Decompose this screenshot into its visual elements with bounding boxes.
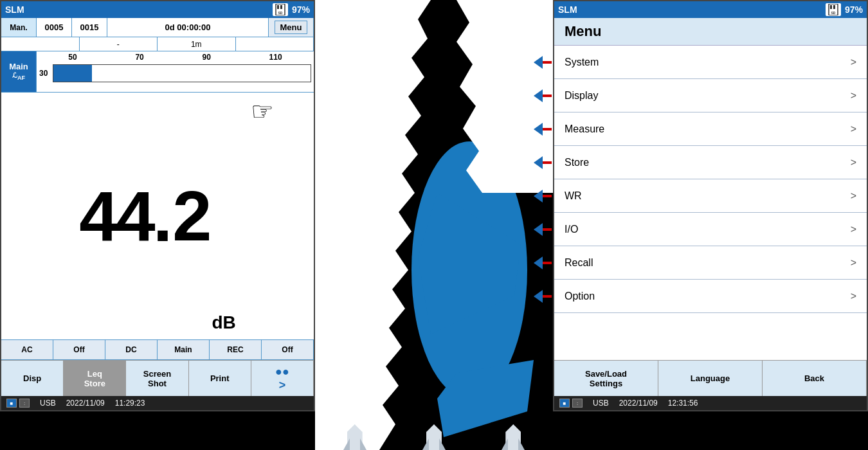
time-elapsed-cell: 0d 00:00:00 bbox=[107, 18, 269, 37]
menu-list: System > Display > Measure > Store > WR … bbox=[554, 46, 867, 360]
red-bar-display bbox=[543, 94, 552, 97]
right-device-panel: SLM SD 97% Menu System > Displ bbox=[553, 0, 868, 411]
left-usb: USB bbox=[40, 399, 56, 408]
right-sd-icon: SD bbox=[826, 3, 841, 16]
menu-item-display[interactable]: Display > bbox=[554, 79, 867, 113]
right-battery: 97% bbox=[845, 4, 863, 15]
menu-item-wr-arrow: > bbox=[851, 190, 856, 202]
right-usb: USB bbox=[593, 399, 609, 408]
right-indicator-box-1: ■ bbox=[559, 399, 570, 408]
menu-item-option[interactable]: Option > bbox=[554, 280, 867, 313]
left-status-bar: ■ : USB 2022/11/09 11:29:23 bbox=[1, 396, 314, 410]
blue-arrow-io bbox=[534, 223, 543, 236]
softkey-screenshot[interactable]: ScreenShot bbox=[126, 361, 188, 396]
left-indicator: ■ : bbox=[6, 399, 30, 408]
time-elapsed: 0d 00:00:00 bbox=[165, 22, 211, 32]
main-label-cell: Main ℒAF bbox=[1, 51, 37, 92]
left-header-right: SD 97% bbox=[273, 3, 310, 16]
softkey-disp[interactable]: Disp bbox=[1, 361, 64, 396]
menu-item-measure[interactable]: Measure > bbox=[554, 113, 867, 146]
man-cell: Man. bbox=[1, 18, 37, 37]
red-bar-store bbox=[543, 161, 552, 164]
blue-arrow-option bbox=[534, 290, 543, 303]
scale-110: 110 bbox=[269, 53, 282, 62]
menu-item-recall-arrow: > bbox=[851, 257, 856, 269]
menu-item-display-arrow: > bbox=[851, 90, 856, 102]
softkey-leq-store[interactable]: LeqStore bbox=[64, 361, 126, 396]
ctrl-dc[interactable]: DC bbox=[105, 340, 158, 359]
red-bar-wr bbox=[543, 195, 552, 197]
sub-info-row: - 1m bbox=[1, 37, 314, 51]
bottom-controls: AC Off DC Main REC Off bbox=[1, 339, 314, 360]
scale-70: 70 bbox=[135, 53, 143, 62]
menu-item-display-label: Display bbox=[565, 90, 598, 102]
softkey-print[interactable]: Print bbox=[189, 361, 251, 396]
menu-btn-cell[interactable]: Menu bbox=[269, 18, 314, 37]
left-battery: 97% bbox=[292, 4, 310, 15]
softkey-language[interactable]: Language bbox=[658, 361, 763, 396]
ctrl-off2[interactable]: Off bbox=[262, 340, 314, 359]
right-date: 2022/11/09 bbox=[619, 399, 658, 408]
right-time: 12:31:56 bbox=[668, 399, 698, 408]
reading-unit: dB bbox=[212, 312, 235, 333]
menu-item-io-arrow: > bbox=[851, 224, 856, 235]
menu-button[interactable]: Menu bbox=[275, 21, 308, 34]
ctrl-ac[interactable]: AC bbox=[1, 340, 53, 359]
record-num: 0005 bbox=[45, 22, 64, 32]
scale-start: 30 bbox=[39, 69, 48, 78]
softkey-back[interactable]: Back bbox=[763, 361, 867, 396]
left-device-panel: SLM SD 97% Man. 0005 0015 0d 00:00:00 bbox=[0, 0, 315, 411]
man-label: Man. bbox=[10, 23, 27, 32]
right-softkeys-row: Save/LoadSettings Language Back bbox=[554, 360, 867, 396]
scale-90: 90 bbox=[203, 53, 211, 62]
file-num-cell: 0015 bbox=[72, 18, 107, 37]
left-date: 2022/11/09 bbox=[66, 399, 105, 408]
menu-header-label: Menu bbox=[554, 18, 867, 46]
ctrl-rec[interactable]: REC bbox=[210, 340, 262, 359]
menu-item-store-arrow: > bbox=[851, 157, 856, 168]
right-indicator: ■ : bbox=[559, 399, 583, 408]
blue-arrow-recall bbox=[534, 256, 543, 269]
left-title: SLM bbox=[5, 4, 24, 15]
red-bar-measure bbox=[543, 128, 552, 130]
main-label-text: Main bbox=[9, 62, 28, 71]
meter-bar-fill bbox=[53, 65, 92, 82]
record-num-cell: 0005 bbox=[37, 18, 72, 37]
menu-item-system[interactable]: System > bbox=[554, 46, 867, 79]
menu-item-wr[interactable]: WR > bbox=[554, 179, 867, 213]
softkey-save-load[interactable]: Save/LoadSettings bbox=[554, 361, 658, 396]
menu-item-system-arrow: > bbox=[851, 57, 856, 68]
menu-item-store[interactable]: Store > bbox=[554, 146, 867, 179]
meter-row: Main ℒAF 50 70 90 110 30 bbox=[1, 51, 314, 93]
menu-item-io[interactable]: I/O > bbox=[554, 213, 867, 246]
blue-arrow-system bbox=[534, 56, 543, 69]
menu-item-measure-arrow: > bbox=[851, 123, 856, 135]
ctrl-main[interactable]: Main bbox=[158, 340, 210, 359]
menu-item-option-arrow: > bbox=[851, 291, 856, 302]
laf-label-text: ℒAF bbox=[12, 71, 25, 81]
sd-icon: SD bbox=[273, 3, 288, 16]
ctrl-off1[interactable]: Off bbox=[53, 340, 105, 359]
menu-item-recall[interactable]: Recall > bbox=[554, 246, 867, 280]
sub-dash: - bbox=[80, 37, 158, 51]
sub-man-spacer bbox=[1, 37, 80, 51]
menu-item-recall-label: Recall bbox=[565, 257, 593, 269]
scale-bar-area: 30 bbox=[37, 62, 314, 85]
svg-rect-2 bbox=[280, 5, 282, 9]
red-bar-option bbox=[543, 295, 552, 298]
right-status-bar: ■ : USB 2022/11/09 12:31:56 bbox=[554, 396, 867, 410]
right-header: SLM SD 97% bbox=[554, 1, 867, 18]
rocket-1-fin-l bbox=[343, 438, 350, 450]
menu-item-system-label: System bbox=[565, 57, 599, 68]
rocket-shapes-area bbox=[315, 405, 553, 450]
blue-arrow-measure bbox=[534, 123, 543, 136]
sub-interval: 1m bbox=[158, 37, 236, 51]
red-bar-io bbox=[543, 228, 552, 231]
svg-text:SD: SD bbox=[831, 11, 835, 15]
blue-arrow-display bbox=[534, 89, 543, 102]
rocket-1 bbox=[343, 415, 366, 450]
softkey-more[interactable]: ●●> bbox=[251, 361, 314, 396]
svg-rect-12 bbox=[833, 5, 835, 9]
indicator-box-1: ■ bbox=[6, 399, 17, 408]
right-title: SLM bbox=[558, 4, 577, 15]
